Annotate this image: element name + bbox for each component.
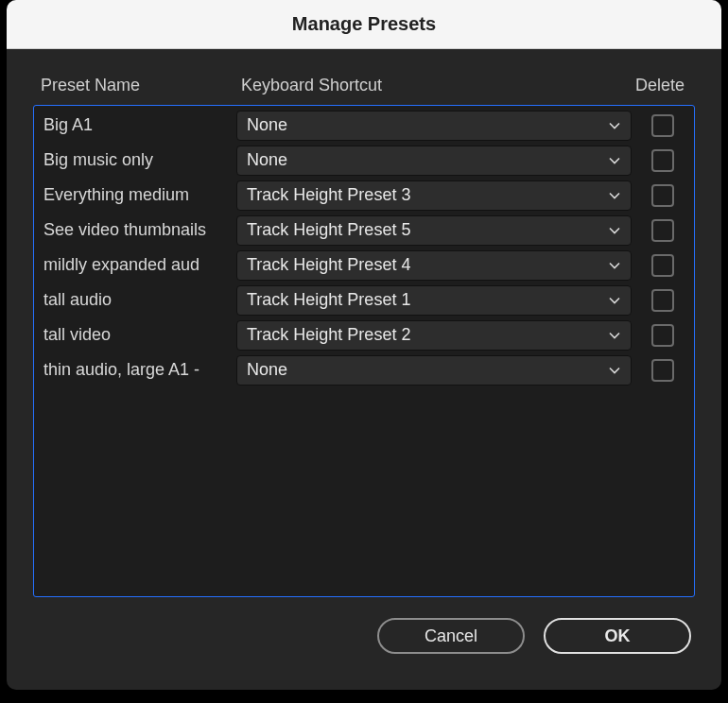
table-row: tall video Track Height Preset 2 xyxy=(36,317,692,352)
dropdown-value: None xyxy=(247,360,608,380)
dropdown-value: Track Height Preset 1 xyxy=(247,290,608,310)
header-preset-name: Preset Name xyxy=(41,76,241,95)
preset-name-cell[interactable]: See video thumbnails xyxy=(43,220,236,240)
ok-button[interactable]: OK xyxy=(544,618,691,654)
delete-cell xyxy=(637,254,688,277)
delete-checkbox[interactable] xyxy=(651,114,674,137)
delete-checkbox[interactable] xyxy=(651,289,674,312)
header-delete: Delete xyxy=(629,76,691,95)
chevron-down-icon xyxy=(608,364,621,377)
shortcut-dropdown[interactable]: Track Height Preset 2 xyxy=(236,320,632,351)
dialog-title: Manage Presets xyxy=(292,13,436,35)
table-row: See video thumbnails Track Height Preset… xyxy=(36,213,692,248)
delete-cell xyxy=(637,324,688,347)
delete-cell xyxy=(637,359,688,382)
preset-name-cell[interactable]: Big music only xyxy=(43,150,236,170)
preset-name-cell[interactable]: thin audio, large A1 - xyxy=(43,360,236,380)
header-keyboard-shortcut: Keyboard Shortcut xyxy=(241,76,629,95)
shortcut-dropdown[interactable]: None xyxy=(236,355,632,386)
preset-name-cell[interactable]: tall video xyxy=(43,325,236,345)
dropdown-value: Track Height Preset 4 xyxy=(247,255,608,275)
chevron-down-icon xyxy=(608,329,621,342)
dropdown-value: Track Height Preset 3 xyxy=(247,185,608,205)
delete-cell xyxy=(637,219,688,242)
chevron-down-icon xyxy=(608,154,621,167)
chevron-down-icon xyxy=(608,189,621,202)
table-row: mildly expanded aud Track Height Preset … xyxy=(36,248,692,283)
delete-checkbox[interactable] xyxy=(651,254,674,277)
dropdown-value: Track Height Preset 2 xyxy=(247,325,608,345)
manage-presets-dialog: Manage Presets Preset Name Keyboard Shor… xyxy=(7,0,721,690)
shortcut-dropdown[interactable]: None xyxy=(236,111,632,141)
table-row: Everything medium Track Height Preset 3 xyxy=(36,178,692,213)
chevron-down-icon xyxy=(608,224,621,237)
table-row: thin audio, large A1 - None xyxy=(36,352,692,387)
shortcut-dropdown[interactable]: Track Height Preset 3 xyxy=(236,180,632,211)
dropdown-value: None xyxy=(247,115,608,135)
delete-checkbox[interactable] xyxy=(651,219,674,242)
shortcut-dropdown[interactable]: Track Height Preset 5 xyxy=(236,215,632,246)
dialog-content: Preset Name Keyboard Shortcut Delete Big… xyxy=(7,49,721,690)
dropdown-value: Track Height Preset 5 xyxy=(247,220,608,240)
table-row: tall audio Track Height Preset 1 xyxy=(36,283,692,317)
shortcut-dropdown[interactable]: None xyxy=(236,146,632,176)
chevron-down-icon xyxy=(608,294,621,307)
chevron-down-icon xyxy=(608,119,621,132)
delete-cell xyxy=(637,289,688,312)
dropdown-value: None xyxy=(247,150,608,170)
delete-checkbox[interactable] xyxy=(651,184,674,207)
delete-cell xyxy=(637,114,688,137)
chevron-down-icon xyxy=(608,259,621,272)
table-row: Big A1 None xyxy=(36,108,692,143)
preset-name-cell[interactable]: Everything medium xyxy=(43,185,236,205)
delete-checkbox[interactable] xyxy=(651,359,674,382)
preset-name-cell[interactable]: mildly expanded aud xyxy=(43,255,236,275)
table-row: Big music only None xyxy=(36,143,692,178)
shortcut-dropdown[interactable]: Track Height Preset 1 xyxy=(236,285,632,316)
delete-checkbox[interactable] xyxy=(651,324,674,347)
delete-cell xyxy=(637,149,688,172)
delete-checkbox[interactable] xyxy=(651,149,674,172)
preset-name-cell[interactable]: Big A1 xyxy=(43,115,236,135)
preset-table: Big A1 None Big music only None xyxy=(33,105,695,597)
preset-name-cell[interactable]: tall audio xyxy=(43,290,236,310)
cancel-button[interactable]: Cancel xyxy=(377,618,525,654)
table-header: Preset Name Keyboard Shortcut Delete xyxy=(33,76,695,105)
title-bar: Manage Presets xyxy=(7,0,721,49)
delete-cell xyxy=(637,184,688,207)
dialog-button-row: Cancel OK xyxy=(33,597,695,677)
shortcut-dropdown[interactable]: Track Height Preset 4 xyxy=(236,250,632,281)
